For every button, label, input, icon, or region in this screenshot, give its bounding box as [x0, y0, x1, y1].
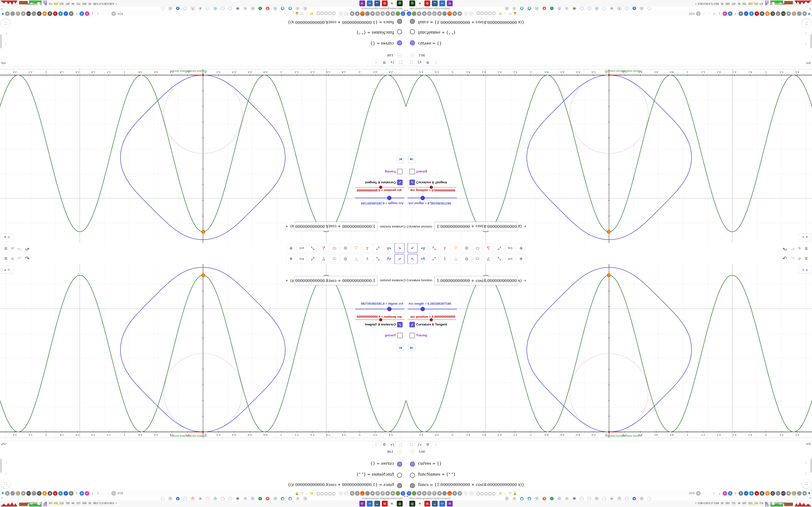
tracing-checkbox[interactable]: [397, 333, 403, 338]
tool-perpendicular-button[interactable]: ⯢: [362, 254, 372, 264]
arc-position-slider-knob[interactable]: [430, 318, 433, 321]
record-red-icon[interactable]: ●: [53, 491, 57, 496]
terminal-green-launcher[interactable]: ▦: [397, 501, 403, 507]
bookmark-favicon[interactable]: W: [236, 497, 240, 501]
visibility-toggle[interactable]: [397, 19, 402, 24]
list-header-row[interactable]: − List: [406, 49, 812, 59]
reload-icon[interactable]: C: [712, 491, 717, 496]
gear-icon[interactable]: ⚙: [381, 441, 388, 448]
bookmark-favicon[interactable]: Я: [266, 497, 269, 501]
bookmark-favicon[interactable]: G: [243, 497, 247, 501]
globe-3-icon[interactable]: ⊕: [370, 11, 375, 16]
tool-move-view-button[interactable]: ✛: [516, 243, 526, 253]
algebra-row-curves[interactable]: curves = {} ⋮: [406, 38, 812, 49]
bookmark-favicon[interactable]: ◌: [221, 6, 224, 10]
globe-3-icon[interactable]: ⊕: [437, 491, 442, 496]
geogebra-pin-icon[interactable]: ▽: [401, 11, 405, 16]
kebab-menu-icon[interactable]: ⋮: [0, 491, 1, 495]
arc-length-slider-knob[interactable]: [387, 196, 392, 200]
trash-icon[interactable]: 🗑: [48, 11, 52, 16]
curvature-tangent-checkbox[interactable]: ✓: [397, 322, 403, 327]
tool-conic-button[interactable]: ⬭: [473, 243, 483, 253]
arc-position-slider-knob[interactable]: [379, 186, 382, 189]
skip-end-button[interactable]: ▶|: [397, 156, 404, 163]
star-icon[interactable]: ☆: [701, 11, 706, 16]
tracing-checkbox[interactable]: [409, 169, 415, 174]
gear-dark-icon[interactable]: ⚙: [69, 11, 73, 16]
bookmark-favicon[interactable]: ≀: [550, 6, 554, 10]
ring-icon[interactable]: [332, 12, 336, 15]
gear-2-icon[interactable]: ⚙: [5, 11, 10, 16]
ring-icon[interactable]: [492, 492, 495, 495]
ud-circle-icon[interactable]: UD: [27, 491, 31, 496]
sysmon-chevron-icon[interactable]: ∧: [695, 3, 697, 5]
scrollbar[interactable]: [0, 459, 2, 473]
trash-icon[interactable]: 🗑: [48, 491, 52, 496]
tool-point-button[interactable]: •A: [384, 254, 394, 264]
refresh-1-icon[interactable]: ↻: [380, 491, 385, 496]
bookmark-favicon[interactable]: G: [296, 6, 299, 10]
tool-line-button[interactable]: ⤢: [429, 254, 439, 264]
bookmark-favicon[interactable]: ◌: [588, 497, 591, 501]
tool-circle-button[interactable]: ⊙: [462, 254, 471, 264]
geogebra-pin-icon[interactable]: ▽: [401, 491, 405, 496]
shield-gray-icon[interactable]: 🛡: [32, 491, 36, 496]
bookmark-favicon[interactable]: ◌: [161, 6, 164, 10]
kebab-menu-icon[interactable]: ⋮: [0, 12, 1, 16]
down-blue-icon[interactable]: ⬇: [749, 11, 754, 16]
floppy-64-launcher[interactable]: 64: [439, 501, 445, 507]
ring-icon[interactable]: [328, 12, 332, 15]
cat-purple-launcher[interactable]: 🐱: [447, 501, 453, 507]
fx-icon[interactable]: ƒx: [416, 59, 423, 66]
floppy-64-launcher[interactable]: 64: [367, 0, 373, 6]
bookmark-favicon[interactable]: f: [191, 497, 195, 501]
visibility-toggle[interactable]: [397, 473, 402, 478]
tool-reflect-button[interactable]: ⤡: [495, 254, 504, 264]
gear-dark-icon[interactable]: ⚙: [739, 491, 743, 496]
ring-icon[interactable]: [324, 492, 328, 495]
gear-icon[interactable]: ⚙: [381, 59, 388, 66]
gear-2-icon[interactable]: ⚙: [5, 491, 10, 496]
graphics-stylebar-button[interactable]: ≡ ▲: [0, 266, 13, 273]
download-icon[interactable]: ⭳: [717, 11, 722, 16]
list-header-row[interactable]: − List: [0, 448, 406, 458]
oval-zero-icon[interactable]: 0: [74, 11, 79, 16]
bookmark-favicon[interactable]: G: [558, 6, 561, 10]
fullscreen-button[interactable]: ⛶: [1, 479, 10, 488]
thumb-icon[interactable]: 👍: [792, 491, 796, 496]
trash-icon[interactable]: 🗑: [760, 11, 764, 16]
thumb-icon[interactable]: 👍: [16, 491, 20, 496]
folder-icon[interactable]: 📁: [498, 12, 503, 16]
kebab-menu-icon[interactable]: ⋮: [804, 462, 806, 463]
gear-2-icon[interactable]: ⚙: [802, 11, 807, 16]
terminal-green-launcher[interactable]: ▦: [397, 0, 403, 6]
pen-icon[interactable]: ✎: [85, 11, 89, 16]
bookmark-favicon[interactable]: G: [296, 497, 299, 501]
bookmark-favicon[interactable]: ⚙: [198, 497, 202, 501]
oval-zero-icon[interactable]: 0: [733, 491, 738, 496]
globe-gray-icon[interactable]: ⊕: [21, 491, 26, 496]
shield-icon[interactable]: 🛡: [300, 491, 304, 495]
refresh-2-icon[interactable]: ↻: [375, 11, 380, 16]
scrollbar[interactable]: [810, 34, 812, 48]
tool-line-button[interactable]: ⤢: [373, 254, 383, 264]
reload-icon[interactable]: C: [95, 491, 100, 496]
tool-conic-button[interactable]: ⬭: [473, 254, 483, 264]
globe-gray-icon[interactable]: ⊕: [786, 491, 791, 496]
bookmark-favicon[interactable]: G: [505, 6, 509, 10]
menu-icon[interactable]: ≡: [805, 256, 808, 262]
bookmark-favicon[interactable]: f: [617, 6, 621, 10]
shield-dark-icon[interactable]: Ⓓ: [37, 491, 42, 496]
tool-move-view-button[interactable]: ✛: [286, 254, 296, 264]
translate-card-icon[interactable]: A: [696, 491, 701, 496]
bookmark-favicon[interactable]: ◌: [206, 497, 209, 501]
menu-icon[interactable]: ≡: [4, 256, 7, 262]
green-ext-icon[interactable]: [396, 491, 400, 496]
tool-reflect-button[interactable]: ⤡: [495, 243, 504, 253]
ud-circle-icon[interactable]: UD: [781, 491, 785, 496]
bookmark-favicon[interactable]: G: [505, 497, 509, 501]
kebab-menu-icon[interactable]: ⋮: [6, 473, 8, 474]
pen-icon[interactable]: ✎: [85, 491, 89, 496]
graphics-stylebar-button[interactable]: ≡ ▲: [799, 266, 812, 273]
tool-move-button[interactable]: ↖: [407, 243, 418, 253]
